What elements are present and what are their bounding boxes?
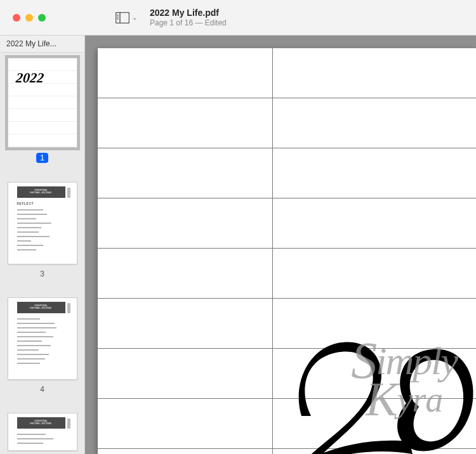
document-subtitle: Page 1 of 16 — Edited (150, 18, 227, 27)
page-number-badge: 1 (36, 153, 48, 163)
thumbnail-item[interactable]: 2022 1 (5, 58, 79, 163)
page-number-badge: 3 (40, 269, 44, 278)
thumbnail-subhead: REFLECT (17, 202, 34, 205)
toolbar: ⌄ 2022 My Life.pdf Page 1 of 16 — Edited (0, 0, 476, 36)
document-title: 2022 My Life.pdf (150, 8, 227, 18)
tab-bar[interactable]: 2022 My Life... (0, 36, 84, 53)
svg-rect-0 (116, 12, 129, 23)
thumbnail-page-1[interactable]: 2022 (8, 58, 77, 148)
spiral-icon (67, 303, 70, 313)
spiral-icon (67, 418, 70, 429)
thumbnail-item[interactable]: INTENTIONAL RHYTHMS + ROUTINES (5, 297, 79, 394)
thumbnail-header: INTENTIONAL RHYTHMS + ROUTINES (17, 186, 65, 198)
view-mode-button[interactable]: ⌄ (116, 12, 137, 23)
thumbnail-page-4[interactable]: INTENTIONAL RHYTHMS + ROUTINES (8, 297, 77, 380)
page-ruled-lines (98, 48, 476, 454)
thumbnail-item[interactable]: INTENTIONAL RHYTHMS + ROUTINES (5, 413, 79, 451)
thumbnails-sidebar: 2022 My Life... 2022 1 INTENTIONAL RHYTH… (0, 36, 85, 454)
thumbnail-text-lines (17, 209, 65, 250)
thumbnail-item[interactable]: INTENTIONAL RHYTHMS + ROUTINES REFLECT (5, 182, 79, 278)
page-vertical-line (272, 48, 273, 454)
window-controls (0, 14, 58, 22)
close-window-button[interactable] (13, 14, 20, 22)
spiral-icon (67, 188, 70, 198)
page-view[interactable]: Simply Kyra (98, 48, 476, 454)
page-number-badge: 4 (40, 385, 44, 394)
tab-label: 2022 My Life... (6, 39, 56, 48)
thumbnail-text-lines (17, 434, 65, 444)
thumbnails-list[interactable]: 2022 1 INTENTIONAL RHYTHMS + ROUTINES RE… (0, 53, 84, 454)
thumbnail-script-text: 2022 (15, 70, 44, 86)
thumbnail-text-lines (17, 318, 65, 364)
minimize-window-button[interactable] (25, 14, 33, 22)
chevron-down-icon: ⌄ (132, 14, 137, 21)
thumbnail-header: INTENTIONAL RHYTHMS + ROUTINES (17, 417, 65, 429)
thumbnail-header: INTENTIONAL RHYTHMS + ROUTINES (17, 302, 65, 313)
content-area[interactable]: Simply Kyra (85, 36, 476, 454)
main-area: 2022 My Life... 2022 1 INTENTIONAL RHYTH… (0, 36, 476, 454)
thumbnail-page-partial[interactable]: INTENTIONAL RHYTHMS + ROUTINES (8, 413, 77, 451)
thumbnail-page-3[interactable]: INTENTIONAL RHYTHMS + ROUTINES REFLECT (8, 182, 77, 264)
sidebar-view-icon (116, 12, 129, 23)
title-area: 2022 My Life.pdf Page 1 of 16 — Edited (150, 8, 227, 27)
zoom-window-button[interactable] (38, 14, 46, 22)
